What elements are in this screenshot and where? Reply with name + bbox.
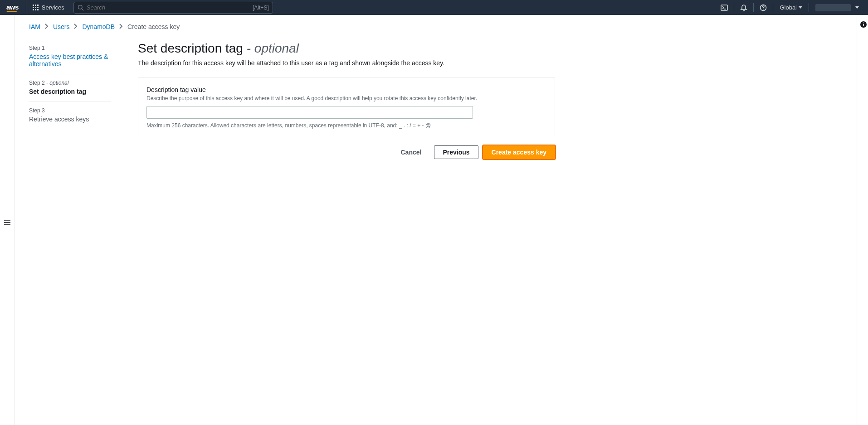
wizard-steps: Step 1 Access key best practices & alter… xyxy=(29,37,120,159)
info-icon xyxy=(860,21,867,28)
step-label: Step 1 xyxy=(29,45,111,51)
hamburger-icon xyxy=(4,219,11,226)
nav-divider xyxy=(26,3,26,12)
field-constraint-text: Maximum 256 characters. Allowed characte… xyxy=(146,122,546,129)
svg-point-0 xyxy=(78,5,82,9)
page-title: Set description tag - optional xyxy=(138,41,555,56)
nav-divider xyxy=(809,3,809,12)
chevron-right-icon xyxy=(119,23,123,30)
open-side-panel-button[interactable] xyxy=(4,21,11,425)
wizard-step-2: Step 2 - optional Set description tag xyxy=(29,74,111,101)
account-menu[interactable] xyxy=(811,0,863,15)
step-title: Set description tag xyxy=(29,88,111,95)
cloudshell-button[interactable] xyxy=(717,0,732,15)
svg-point-11 xyxy=(863,22,864,23)
bell-icon xyxy=(740,4,747,11)
chevron-down-icon xyxy=(799,6,802,9)
search-shortcut-hint: [Alt+S] xyxy=(253,5,269,11)
grid-icon xyxy=(33,5,39,11)
region-label: Global xyxy=(780,4,797,11)
wizard-actions: Cancel Previous Create access key xyxy=(138,145,555,159)
cloudshell-icon xyxy=(721,4,728,11)
svg-point-5 xyxy=(763,9,764,10)
page-description: The description for this access key will… xyxy=(138,59,555,67)
chevron-right-icon xyxy=(74,23,78,30)
help-button[interactable] xyxy=(756,0,771,15)
global-search[interactable]: [Alt+S] xyxy=(73,2,273,14)
cancel-button[interactable]: Cancel xyxy=(393,145,430,159)
search-icon xyxy=(78,5,84,11)
description-tag-panel: Description tag value Describe the purpo… xyxy=(138,77,555,137)
open-help-panel-button[interactable] xyxy=(859,20,868,29)
nav-divider xyxy=(734,3,734,12)
services-menu-button[interactable]: Services xyxy=(28,2,69,13)
help-icon xyxy=(760,4,767,11)
chevron-down-icon xyxy=(855,6,859,9)
wizard-content: Set description tag - optional The descr… xyxy=(120,37,573,159)
breadcrumb: IAM Users DynamoDB Create access key xyxy=(15,15,868,37)
side-drawer-toggle-column xyxy=(0,15,15,425)
nav-divider xyxy=(773,3,773,12)
account-id-redacted xyxy=(815,4,851,11)
nav-divider xyxy=(753,3,754,12)
field-help-text: Describe the purpose of this access key … xyxy=(146,95,546,101)
aws-navbar: aws Services [Alt+S] Global xyxy=(0,0,868,15)
step-title: Access key best practices & alternatives xyxy=(29,53,111,68)
step-title: Retrieve access keys xyxy=(29,116,111,123)
field-label: Description tag value xyxy=(146,86,546,93)
aws-logo[interactable]: aws xyxy=(5,3,24,12)
step-label: Step 3 xyxy=(29,107,111,114)
wizard-step-3: Step 3 Retrieve access keys xyxy=(29,101,111,129)
aws-smile-icon xyxy=(6,10,17,12)
chevron-right-icon xyxy=(45,23,49,30)
breadcrumb-iam[interactable]: IAM xyxy=(29,23,40,30)
svg-line-1 xyxy=(82,9,83,10)
breadcrumb-dynamodb[interactable]: DynamoDB xyxy=(82,23,115,30)
description-tag-input[interactable] xyxy=(146,106,473,119)
wizard-step-1[interactable]: Step 1 Access key best practices & alter… xyxy=(29,45,111,74)
notifications-button[interactable] xyxy=(736,0,751,15)
svg-rect-10 xyxy=(863,24,864,26)
services-label: Services xyxy=(42,4,64,11)
search-input[interactable] xyxy=(87,4,253,11)
breadcrumb-users[interactable]: Users xyxy=(53,23,70,30)
region-selector[interactable]: Global xyxy=(775,0,807,15)
step-label: Step 2 - optional xyxy=(29,80,111,86)
previous-button[interactable]: Previous xyxy=(434,145,478,159)
breadcrumb-current: Create access key xyxy=(127,23,180,30)
right-panel-border xyxy=(857,15,857,425)
create-access-key-button[interactable]: Create access key xyxy=(483,145,555,159)
